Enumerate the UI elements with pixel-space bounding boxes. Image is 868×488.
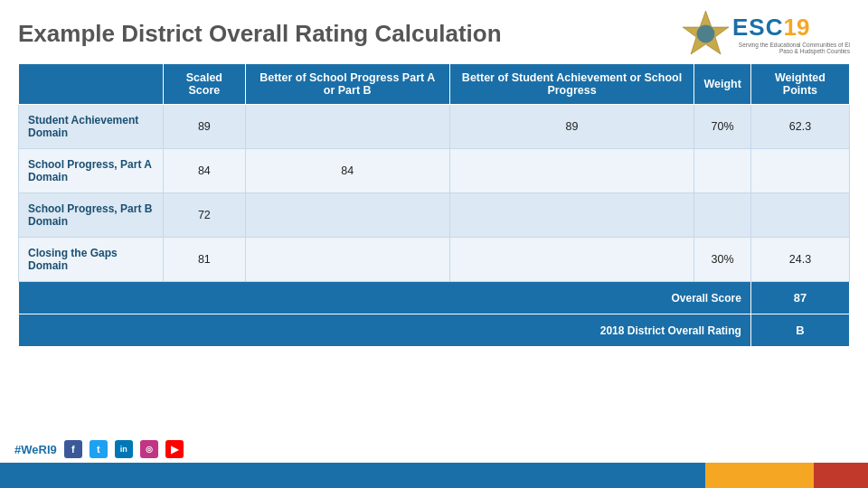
row-weighted-points: 24.3 <box>750 238 849 282</box>
star-icon <box>681 9 731 59</box>
page-header: Example District Overall Rating Calculat… <box>0 0 868 63</box>
row-scaled-score: 89 <box>164 105 246 149</box>
row-scaled-score: 81 <box>164 238 246 282</box>
row-weight: 30% <box>694 238 750 282</box>
row-label: School Progress, Part B Domain <box>19 193 164 238</box>
table-header-row: Scaled Score Better of School Progress P… <box>19 64 850 105</box>
rating-table: Scaled Score Better of School Progress P… <box>18 63 850 347</box>
col-header-weighted-points: Weighted Points <box>750 64 849 105</box>
bottom-bar <box>0 463 868 488</box>
row-school-progress <box>245 238 449 282</box>
table-row: School Progress, Part A Domain 84 84 <box>19 149 850 193</box>
row-weight: 70% <box>694 105 750 149</box>
row-weighted-points <box>750 193 849 238</box>
row-school-progress <box>245 193 449 238</box>
instagram-icon[interactable]: ◎ <box>140 440 158 458</box>
row-label: School Progress, Part A Domain <box>19 149 164 193</box>
bottom-bar-orange <box>705 463 814 488</box>
row-better-of <box>449 238 694 282</box>
logo-area: ESC 19 Serving the Educational Communiti… <box>681 9 850 59</box>
table-row: Student Achievement Domain 89 89 70% 62.… <box>19 105 850 149</box>
hashtag: #WeRI9 <box>14 443 57 456</box>
bottom-bar-blue <box>0 463 705 488</box>
district-rating-label: 2018 District Overall Rating <box>19 314 751 347</box>
linkedin-icon[interactable]: in <box>115 440 133 458</box>
row-scaled-score: 72 <box>164 193 246 238</box>
row-weight <box>694 193 750 238</box>
social-bar: #WeRI9 f t in ◎ ▶ <box>0 436 868 463</box>
row-school-progress: 84 <box>245 149 449 193</box>
district-rating-row: 2018 District Overall Rating B <box>19 314 850 347</box>
row-weighted-points <box>750 149 849 193</box>
bottom-bar-red <box>814 463 868 488</box>
main-content: Scaled Score Better of School Progress P… <box>0 63 868 347</box>
col-header-scaled-score: Scaled Score <box>164 64 246 105</box>
row-better-of <box>449 149 694 193</box>
row-weight <box>694 149 750 193</box>
table-row: Closing the Gaps Domain 81 30% 24.3 <box>19 238 850 282</box>
row-school-progress <box>245 105 449 149</box>
facebook-icon[interactable]: f <box>64 440 82 458</box>
col-header-weight: Weight <box>694 64 750 105</box>
district-rating-value: B <box>750 314 849 347</box>
table-row: School Progress, Part B Domain 72 <box>19 193 850 238</box>
overall-score-label: Overall Score <box>19 282 751 314</box>
overall-score-row: Overall Score 87 <box>19 282 850 314</box>
esc-text: ESC <box>732 14 783 42</box>
row-label: Student Achievement Domain <box>19 105 164 149</box>
row-weighted-points: 62.3 <box>750 105 849 149</box>
svg-point-1 <box>697 25 715 43</box>
youtube-icon[interactable]: ▶ <box>165 440 184 458</box>
row-scaled-score: 84 <box>164 149 246 193</box>
col-header-school-progress: Better of School Progress Part A or Part… <box>245 64 449 105</box>
overall-score-value: 87 <box>750 282 849 314</box>
col-header-label <box>19 64 164 105</box>
row-better-of: 89 <box>449 105 694 149</box>
row-better-of <box>449 193 694 238</box>
esc-number: 19 <box>783 14 809 42</box>
page-title: Example District Overall Rating Calculat… <box>18 20 502 48</box>
col-header-better-of: Better of Student Achievement or School … <box>449 64 694 105</box>
twitter-icon[interactable]: t <box>90 440 108 458</box>
row-label: Closing the Gaps Domain <box>19 238 164 282</box>
logo-tagline: Serving the Educational Communities of E… <box>732 42 850 54</box>
